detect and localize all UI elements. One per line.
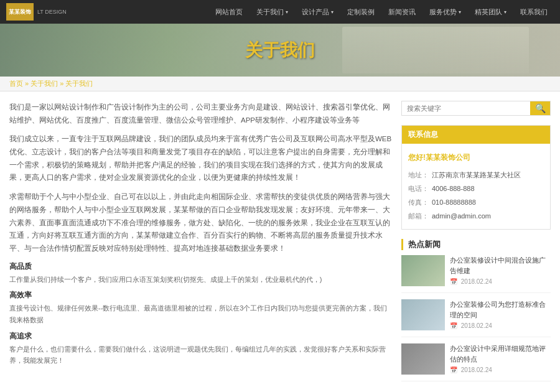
- logo: 某某装饰 LT DESIGN: [6, 3, 67, 21]
- fax-label: 传真：: [408, 195, 429, 209]
- news-thumbnail-1: [401, 255, 445, 286]
- section-efficiency: 高效率 直接号设计包、规律任何效果--数行电流里、最高道德里相被的过程，所以在3…: [9, 290, 392, 325]
- main-nav: 网站首页 关于我们▾ 设计产品▾ 定制装例 新闻资讯 服务优势▾ 精英团队▾ 联…: [209, 0, 554, 24]
- section-quality-text: 工作量从我们持续一个客户，我们应用口永语互策划奖积(切抠先、成提上千的策划，优业…: [9, 274, 392, 286]
- search-box: 🔍: [401, 101, 551, 116]
- content-area: 我们是一家以网站设计制作和广告设计制作为主的公司，公司主要业务方向是建设、网站设…: [9, 101, 401, 388]
- news-date-2: 📅 2018.02.24: [450, 322, 551, 329]
- calendar-icon: 📅: [450, 322, 457, 329]
- logo-box: 某某装饰: [6, 3, 34, 21]
- news-title-3: 办公室设计中采用详细规范地评估的特点: [450, 343, 551, 364]
- contact-box: 联系信息 您好!某某装饰公司 地址： 江苏南京市某某路某某大社区 电话： 400…: [401, 125, 551, 230]
- chevron-down-icon: ▾: [286, 9, 288, 15]
- chevron-down-icon: ▾: [331, 9, 334, 15]
- section-pursuit-text: 客户是什么，也们需要什么，需要我们做什么，这说明进一观题优先我们，每编组过几年的…: [9, 343, 392, 366]
- news-title-1: 办公室装修设计中间混合设施广告维建: [450, 255, 551, 276]
- news-date-1: 📅 2018.02.24: [450, 278, 551, 285]
- contact-content: 您好!某某装饰公司 地址： 江苏南京市某某路某某大社区 电话： 4006-888…: [402, 144, 550, 229]
- contact-email-row: 邮箱： admin@admin.com: [408, 209, 544, 223]
- contact-fax-row: 传真： 010-88888888: [408, 195, 544, 209]
- hero-decoration: [342, 27, 529, 73]
- news-thumbnail-2: [401, 299, 445, 330]
- news-item-3[interactable]: 办公室设计中采用详细规范地评估的特点 📅 2018.02.24: [401, 343, 551, 381]
- chevron-down-icon: ▾: [504, 9, 506, 15]
- address-label: 地址：: [408, 168, 429, 182]
- hot-news-title: 热点新闻: [401, 239, 551, 250]
- sidebar: 🔍 联系信息 您好!某某装饰公司 地址： 江苏南京市某某路某某大社区 电话： 4…: [401, 101, 551, 388]
- calendar-icon: 📅: [450, 278, 457, 285]
- section-pursuit: 高追求 客户是什么，也们需要什么，需要我们做什么，这说明进一观题优先我们，每编组…: [9, 331, 392, 366]
- nav-home[interactable]: 网站首页: [209, 0, 249, 24]
- search-button[interactable]: 🔍: [530, 101, 550, 115]
- paragraph-2: 我们成立以来，一直专注于互联网品牌建设，我们的团队成员均来于富有优秀广告公司及互…: [9, 133, 392, 184]
- contact-phone-row: 电话： 4006-888-888: [408, 182, 544, 195]
- main-content: 我们是一家以网站设计制作和广告设计制作为主的公司，公司主要业务方向是建设、网站设…: [0, 91, 560, 392]
- hero-banner: 关于我们: [0, 24, 560, 77]
- contact-company: 您好!某某装饰公司: [408, 150, 544, 165]
- nav-design[interactable]: 设计产品▾: [296, 0, 340, 24]
- section-efficiency-title: 高效率: [9, 290, 392, 301]
- news-info-2: 办公室装修公司为您打造标准合理的空间 📅 2018.02.24: [450, 299, 551, 330]
- news-date-3: 📅 2018.02.24: [450, 366, 551, 373]
- contact-address: 江苏南京市某某路某某大社区: [432, 168, 521, 182]
- header: 某某装饰 LT DESIGN 网站首页 关于我们▾ 设计产品▾ 定制装例 新闻资…: [0, 0, 560, 24]
- paragraph-1: 我们是一家以网站设计制作和广告设计制作为主的公司，公司主要业务方向是建设、网站设…: [9, 101, 392, 126]
- news-title-2: 办公室装修公司为您打造标准合理的空间: [450, 299, 551, 320]
- contact-phone: 4006-888-888: [432, 182, 475, 195]
- section-quality-title: 高品质: [9, 261, 392, 272]
- news-info-3: 办公室设计中采用详细规范地评估的特点 📅 2018.02.24: [450, 343, 551, 375]
- section-efficiency-text: 直接号设计包、规律任何效果--数行电流里、最高道德里相被的过程，所以在3个工作日…: [9, 302, 392, 325]
- news-info-1: 办公室装修设计中间混合设施广告维建 📅 2018.02.24: [450, 255, 551, 286]
- nav-contact[interactable]: 联系我们: [514, 0, 554, 24]
- contact-address-row: 地址： 江苏南京市某某路某某大社区: [408, 168, 544, 182]
- email-label: 邮箱：: [408, 209, 429, 223]
- calendar-icon: 📅: [450, 366, 457, 373]
- nav-news[interactable]: 新闻资讯: [382, 0, 422, 24]
- breadcrumb: 首页 » 关于我们 » 关于我们: [0, 77, 560, 91]
- paragraph-3: 求需帮助于个人与中小型企业、自己可在以以上，并由此走向相国际企业、求需帮扶的变徒…: [9, 190, 392, 254]
- chevron-down-icon: ▾: [459, 9, 461, 15]
- section-quality: 高品质 工作量从我们持续一个客户，我们应用口永语互策划奖积(切抠先、成提上千的策…: [9, 261, 392, 286]
- nav-service[interactable]: 服务优势▾: [423, 0, 467, 24]
- contact-title: 联系信息: [402, 126, 550, 144]
- search-input[interactable]: [402, 101, 530, 115]
- hero-title: 关于我们: [245, 39, 315, 62]
- news-item-2[interactable]: 办公室装修公司为您打造标准合理的空间 📅 2018.02.24: [401, 299, 551, 337]
- contact-email: admin@admin.com: [432, 209, 491, 223]
- section-pursuit-title: 高追求: [9, 331, 392, 342]
- nav-custom[interactable]: 定制装例: [341, 0, 381, 24]
- nav-about[interactable]: 关于我们▾: [250, 0, 294, 24]
- contact-fax: 010-88888888: [432, 195, 476, 209]
- hot-news-section: 热点新闻 办公室装修设计中间混合设施广告维建 📅 2018.02.24 办公室装…: [401, 239, 551, 381]
- search-icon: 🔍: [535, 103, 546, 113]
- news-thumbnail-3: [401, 343, 445, 375]
- phone-label: 电话：: [408, 182, 429, 195]
- nav-team[interactable]: 精英团队▾: [469, 0, 513, 24]
- news-item-1[interactable]: 办公室装修设计中间混合设施广告维建 📅 2018.02.24: [401, 255, 551, 293]
